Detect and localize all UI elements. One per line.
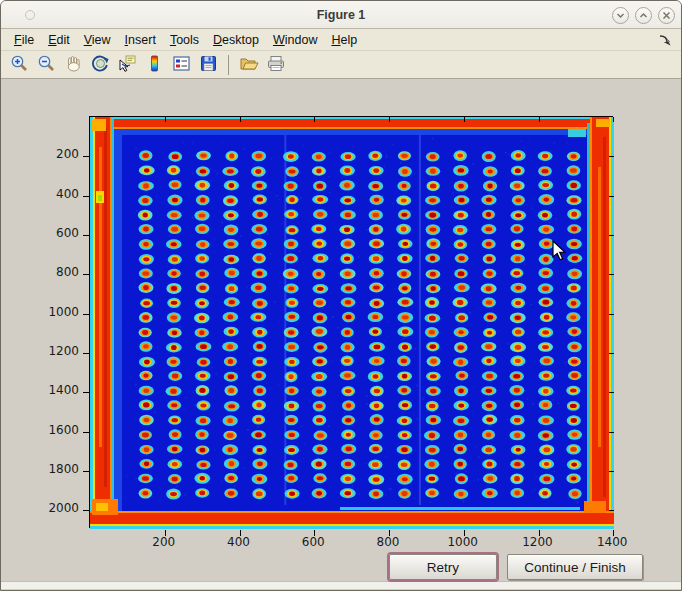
zoom-out-icon (37, 54, 56, 76)
x-tick-label: 800 (358, 535, 418, 549)
toolbar-separator (228, 55, 229, 75)
y-tick (83, 432, 89, 433)
y-tick (609, 392, 614, 393)
y-tick (609, 471, 614, 472)
y-tick-label: 600 (37, 226, 79, 240)
axes (89, 116, 613, 528)
y-tick (83, 156, 89, 157)
x-tick (539, 117, 540, 122)
y-tick (83, 196, 89, 197)
y-tick-label: 800 (37, 265, 79, 279)
printer-icon (266, 54, 286, 76)
window-menu-icon (25, 10, 35, 20)
continue-finish-button[interactable]: Continue / Finish (507, 554, 643, 580)
y-tick-label: 2000 (37, 501, 79, 515)
x-tick (314, 117, 315, 122)
bottom-strip (1, 581, 681, 589)
hand-icon (64, 54, 83, 76)
title-bar[interactable]: Figure 1 (1, 1, 681, 29)
figure-client-area: Retry Continue / Finish 2004006008001000… (1, 79, 681, 581)
y-tick (83, 235, 89, 236)
retry-button[interactable]: Retry (389, 554, 497, 580)
y-tick-label: 1600 (37, 423, 79, 437)
plate-image-canvas (90, 117, 614, 529)
y-tick (609, 314, 614, 315)
y-tick (609, 274, 614, 275)
y-tick-label: 200 (37, 147, 79, 161)
x-tick-label: 400 (209, 535, 269, 549)
y-tick (83, 392, 89, 393)
y-tick (83, 353, 89, 354)
menu-help[interactable]: Help (331, 33, 357, 47)
maximize-button[interactable] (635, 7, 652, 24)
data-cursor-icon (118, 54, 137, 76)
x-tick-label: 1200 (508, 535, 568, 549)
y-tick-label: 1800 (37, 462, 79, 476)
x-tick-label: 600 (283, 535, 343, 549)
x-tick (613, 117, 614, 122)
legend-button[interactable] (169, 53, 193, 77)
minimize-button[interactable] (612, 7, 629, 24)
y-tick (83, 510, 89, 511)
y-tick (609, 353, 614, 354)
x-tick (165, 117, 166, 122)
y-tick-label: 1000 (37, 305, 79, 319)
print-button[interactable] (264, 53, 288, 77)
rotate-icon (91, 54, 110, 76)
y-tick (609, 156, 614, 157)
rotate-3d-button[interactable] (88, 53, 112, 77)
zoom-in-button[interactable] (7, 53, 31, 77)
legend-icon (172, 54, 191, 76)
zoom-out-button[interactable] (34, 53, 58, 77)
y-tick (83, 314, 89, 315)
x-tick-label: 1000 (433, 535, 493, 549)
menu-insert[interactable]: Insert (125, 33, 156, 47)
y-tick-label: 1200 (37, 344, 79, 358)
y-tick (609, 235, 614, 236)
menu-view[interactable]: View (84, 33, 111, 47)
colorbar-icon (145, 54, 164, 76)
y-tick-label: 400 (37, 187, 79, 201)
menu-tools[interactable]: Tools (170, 33, 199, 47)
window-title: Figure 1 (317, 8, 366, 22)
y-tick (609, 432, 614, 433)
zoom-in-icon (10, 54, 29, 76)
y-tick (83, 274, 89, 275)
y-tick (609, 196, 614, 197)
x-tick (240, 117, 241, 122)
open-button[interactable] (237, 53, 261, 77)
y-tick (609, 510, 614, 511)
menu-bar: FileEditViewInsertToolsDesktopWindowHelp (1, 29, 681, 51)
chevron-down-icon (616, 11, 625, 20)
close-icon (662, 11, 671, 20)
y-tick (83, 471, 89, 472)
save-icon (199, 54, 218, 76)
data-cursor-button[interactable] (115, 53, 139, 77)
figure-window: Figure 1 FileEditViewInsertToolsDesktopW… (0, 0, 682, 591)
x-tick-label: 200 (134, 535, 194, 549)
open-folder-icon (239, 54, 259, 76)
menu-window[interactable]: Window (273, 33, 317, 47)
figure-toolbar (1, 51, 681, 79)
menu-desktop[interactable]: Desktop (213, 33, 259, 47)
window-controls (612, 7, 675, 24)
y-tick-label: 1400 (37, 383, 79, 397)
menu-file[interactable]: File (14, 33, 34, 47)
pan-button[interactable] (61, 53, 85, 77)
menu-edit[interactable]: Edit (48, 33, 70, 47)
x-tick-label: 1400 (582, 535, 642, 549)
save-button[interactable] (196, 53, 220, 77)
chevron-up-icon (639, 11, 648, 20)
x-tick (389, 117, 390, 122)
dock-arrow-icon[interactable] (658, 33, 671, 49)
close-button[interactable] (658, 7, 675, 24)
colorbar-button[interactable] (142, 53, 166, 77)
x-tick (464, 117, 465, 122)
